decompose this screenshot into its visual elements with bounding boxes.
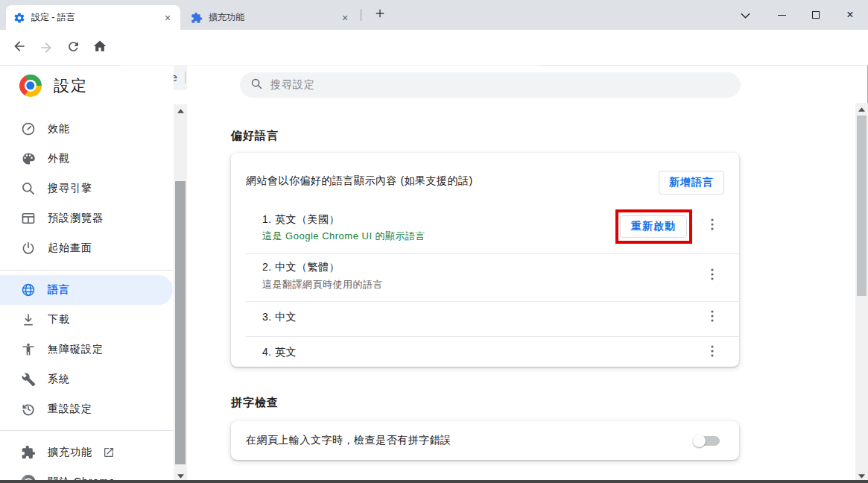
scroll-up-arrow-icon[interactable] (855, 104, 868, 115)
settings-search-input[interactable]: 搜尋設定 (240, 72, 741, 98)
main-scrollbar[interactable] (855, 103, 868, 483)
puzzle-favicon-icon (191, 12, 203, 24)
back-arrow-icon (12, 39, 27, 57)
section-title-spell-check: 拼字檢查 (231, 396, 279, 410)
gear-favicon-icon (13, 12, 25, 24)
maximize-icon (812, 11, 820, 19)
language-name: 1. 英文（美國） (262, 213, 340, 227)
tab-search-button[interactable] (730, 0, 760, 30)
window-close-button[interactable]: × (833, 0, 867, 30)
back-button[interactable] (9, 37, 30, 58)
scrollbar-thumb[interactable] (857, 116, 867, 296)
home-button[interactable] (89, 37, 110, 58)
power-icon (21, 241, 36, 256)
scrollbar-thumb[interactable] (175, 181, 186, 464)
kebab-icon (711, 310, 714, 322)
settings-header: 設定 (19, 75, 88, 97)
history-restore-icon (21, 402, 36, 417)
spell-check-label: 在網頁上輸入文字時，檢查是否有拼字錯誤 (246, 421, 452, 460)
speedometer-icon (21, 121, 36, 136)
sidebar-item-label: 預設瀏覽器 (48, 212, 104, 225)
settings-title: 設定 (54, 75, 88, 96)
tab-close-icon[interactable]: × (338, 11, 352, 25)
toggle-knob (693, 435, 706, 447)
browser-window-icon (21, 211, 36, 226)
wrench-icon (21, 372, 36, 387)
language-more-button[interactable] (706, 218, 718, 230)
taskbar-edge (0, 480, 868, 483)
tab-extensions[interactable]: 擴充功能 × (183, 5, 358, 30)
sidebar-item-on-startup[interactable]: 起始畫面 (0, 233, 173, 263)
sidebar-divider (0, 270, 173, 271)
sidebar-item-search-engine[interactable]: 搜尋引擎 (0, 174, 173, 203)
sidebar-item-label: 搜尋引擎 (48, 182, 92, 195)
sidebar-item-appearance[interactable]: 外觀 (0, 144, 173, 174)
chrome-logo-icon (19, 75, 42, 97)
accessibility-icon (21, 342, 36, 357)
sidebar-item-system[interactable]: 系統 (0, 364, 173, 394)
minimize-icon (778, 15, 786, 16)
chevron-down-icon (741, 8, 750, 22)
language-name: 4. 英文 (262, 346, 297, 359)
row-divider (246, 336, 739, 337)
sidebar-item-downloads[interactable]: 下載 (0, 305, 173, 335)
language-more-button[interactable] (706, 345, 718, 357)
row-divider (246, 253, 739, 254)
url-separator (185, 72, 186, 83)
sidebar-item-label: 無障礙設定 (48, 343, 104, 356)
new-tab-button[interactable] (370, 4, 390, 25)
browser-window: 設定 - 語言 × 擴充功能 × × (0, 0, 868, 483)
language-note: 這是翻譯網頁時使用的語言 (262, 278, 383, 291)
download-icon (21, 312, 36, 327)
settings-content: 搜尋設定 偏好語言 網站會以你偏好的語言顯示內容 (如果支援的話) 新增語言 1… (187, 66, 855, 483)
sidebar-scrollbar[interactable] (174, 104, 187, 483)
browser-toolbar: Chrome chrome://settings/languages G G 文… (0, 30, 868, 66)
window-maximize-button[interactable] (799, 0, 833, 30)
sidebar-item-reset[interactable]: 重設設定 (0, 394, 173, 424)
sidebar-item-languages[interactable]: 語言 (0, 275, 173, 305)
language-note: 這是 Google Chrome UI 的顯示語言 (262, 230, 425, 243)
globe-icon (21, 282, 36, 297)
sidebar-item-label: 擴充功能 (48, 446, 92, 459)
language-more-button[interactable] (706, 310, 718, 322)
magnifier-icon (21, 181, 36, 196)
language-more-button[interactable] (706, 268, 718, 280)
sidebar-item-accessibility[interactable]: 無障礙設定 (0, 335, 173, 364)
kebab-icon (711, 268, 714, 280)
sidebar-divider (0, 430, 173, 431)
sidebar-item-label: 重設設定 (48, 402, 92, 416)
sidebar-item-extensions[interactable]: 擴充功能 (0, 438, 173, 467)
language-name: 2. 中文（繁體） (262, 261, 340, 274)
forward-button[interactable] (36, 37, 57, 58)
spellcheck-toggle[interactable] (694, 436, 720, 446)
home-icon (92, 39, 107, 57)
reload-icon (66, 40, 80, 57)
search-icon (250, 78, 263, 93)
sidebar-item-label: 系統 (48, 373, 70, 386)
kebab-icon (711, 345, 714, 357)
annotation-red-box (615, 209, 692, 244)
tab-close-icon[interactable]: × (161, 11, 174, 25)
settings-sidebar: 設定 效能 外觀 搜尋引擎 預設瀏覽器 (0, 66, 174, 483)
section-title-preferred-languages: 偏好語言 (231, 129, 279, 143)
tab-settings-languages[interactable]: 設定 - 語言 × (6, 5, 180, 30)
sidebar-item-label: 效能 (48, 122, 70, 136)
sidebar-item-performance[interactable]: 效能 (0, 114, 173, 144)
search-placeholder: 搜尋設定 (270, 78, 315, 92)
preferred-languages-card: 網站會以你偏好的語言顯示內容 (如果支援的話) 新增語言 1. 英文（美國） 這… (231, 153, 739, 367)
tab-title: 擴充功能 (209, 11, 338, 24)
row-divider (246, 301, 739, 302)
palette-icon (21, 151, 36, 166)
window-minimize-button[interactable] (764, 0, 799, 30)
language-name: 3. 中文 (262, 311, 297, 324)
tab-strip: 設定 - 語言 × 擴充功能 × × (0, 0, 868, 30)
tab-separator (361, 9, 361, 21)
sidebar-item-default-browser[interactable]: 預設瀏覽器 (0, 203, 173, 233)
external-link-icon (103, 446, 115, 458)
reload-button[interactable] (63, 37, 83, 58)
forward-arrow-icon (39, 40, 54, 55)
spell-check-card: 在網頁上輸入文字時，檢查是否有拼字錯誤 (231, 421, 739, 460)
scroll-up-arrow-icon[interactable] (174, 106, 187, 116)
sidebar-item-label: 下載 (48, 313, 70, 326)
add-language-button[interactable]: 新增語言 (659, 171, 724, 195)
